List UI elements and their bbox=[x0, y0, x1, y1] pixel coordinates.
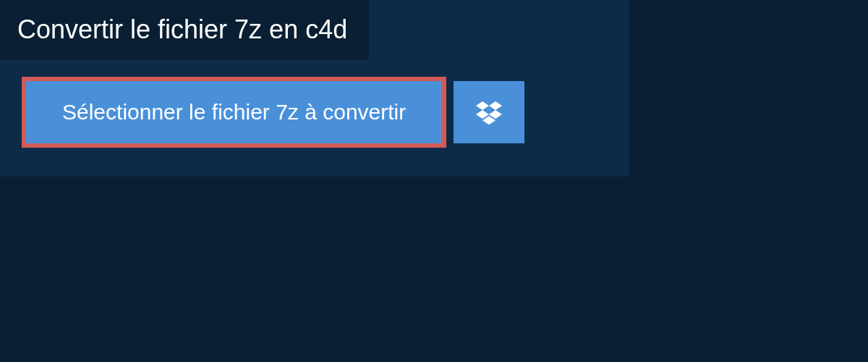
page-title: Convertir le fichier 7z en c4d bbox=[0, 0, 369, 59]
select-file-button[interactable]: Sélectionner le fichier 7z à convertir bbox=[26, 81, 442, 143]
select-file-highlight: Sélectionner le fichier 7z à convertir bbox=[22, 77, 446, 148]
button-group: Sélectionner le fichier 7z à convertir bbox=[0, 59, 629, 148]
dropbox-button[interactable] bbox=[454, 81, 524, 143]
converter-panel: Convertir le fichier 7z en c4d Sélection… bbox=[0, 0, 629, 177]
dropbox-icon bbox=[476, 99, 502, 125]
